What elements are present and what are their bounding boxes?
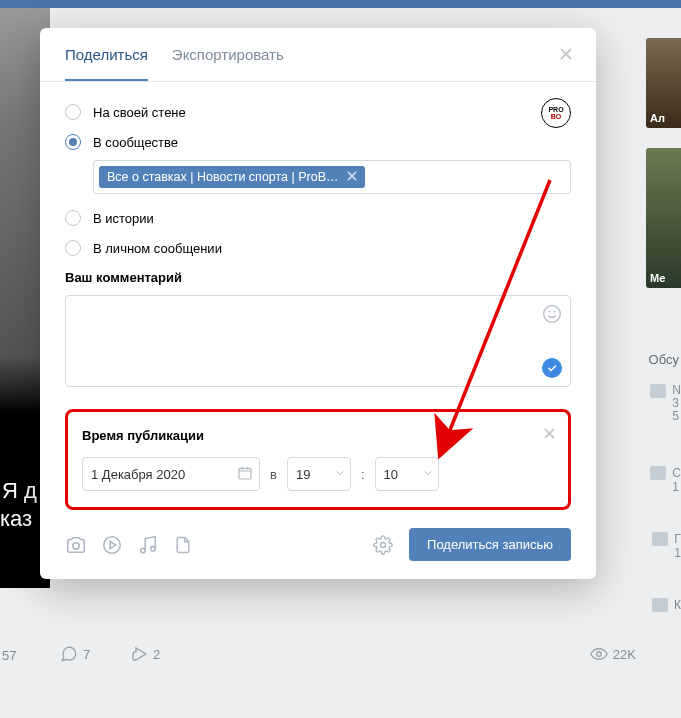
camera-icon[interactable]	[65, 534, 87, 556]
attach-icons	[65, 534, 193, 556]
colon-label: :	[361, 467, 365, 482]
share-submit-button[interactable]: Поделиться записью	[409, 528, 571, 561]
svg-point-8	[151, 546, 156, 551]
radio-label: В личном сообщении	[93, 241, 222, 256]
radio-icon	[65, 104, 81, 120]
community-chip: Все о ставках | Новости спорта | ProB…	[99, 166, 365, 188]
schedule-row: 1 Декабря 2020 в 19 : 10	[82, 457, 554, 491]
calendar-icon	[237, 465, 253, 484]
tab-share[interactable]: Поделиться	[65, 46, 148, 81]
side-comment-4: К	[652, 598, 681, 612]
friend-thumb-2: Me	[646, 148, 681, 288]
radio-in-story[interactable]: В истории	[65, 210, 571, 226]
community-avatar: PRO BO	[541, 98, 571, 128]
svg-point-2	[549, 311, 550, 312]
svg-point-3	[554, 311, 555, 312]
discussions-label: Обсу	[649, 352, 679, 367]
radio-in-community[interactable]: В сообществе	[65, 134, 571, 150]
hour-value: 19	[296, 467, 310, 482]
radio-on-wall[interactable]: На своей стене PRO BO	[65, 104, 571, 120]
svg-point-6	[104, 536, 121, 553]
chevron-down-icon	[334, 467, 346, 482]
at-label: в	[270, 467, 277, 482]
bg-text-1: Я д	[2, 478, 37, 504]
tab-export[interactable]: Экспортировать	[172, 46, 284, 81]
svg-rect-4	[239, 468, 251, 479]
date-value: 1 Декабря 2020	[91, 467, 185, 482]
radio-icon	[65, 134, 81, 150]
share-modal: Поделиться Экспортировать На своей стене…	[40, 28, 596, 579]
video-icon[interactable]	[101, 534, 123, 556]
svg-point-0	[597, 652, 602, 657]
chevron-down-icon	[422, 467, 434, 482]
bg-comments: 7	[60, 645, 90, 663]
music-icon[interactable]	[137, 534, 159, 556]
svg-point-7	[141, 548, 146, 553]
side-comment-3: Г1	[652, 532, 681, 560]
date-field[interactable]: 1 Декабря 2020	[82, 457, 260, 491]
comment-label: Ваш комментарий	[65, 270, 571, 285]
chip-remove-icon[interactable]	[347, 170, 357, 184]
bg-shares: 2	[130, 645, 160, 663]
minute-select[interactable]: 10	[375, 457, 439, 491]
minute-value: 10	[384, 467, 398, 482]
svg-point-1	[544, 306, 561, 323]
side-comment-1: N35	[650, 384, 681, 423]
chip-label: Все о ставках | Новости спорта | ProB…	[107, 170, 339, 184]
verified-check-icon[interactable]	[542, 358, 562, 378]
emoji-icon[interactable]	[542, 304, 562, 327]
community-select[interactable]: Все о ставках | Новости спорта | ProB…	[93, 160, 571, 194]
friend-thumb-1: Ал	[646, 38, 681, 128]
close-button[interactable]	[556, 44, 576, 64]
radio-in-message[interactable]: В личном сообщении	[65, 240, 571, 256]
gear-icon[interactable]	[373, 535, 393, 555]
side-comment-2: С1	[650, 466, 681, 494]
hour-select[interactable]: 19	[287, 457, 351, 491]
schedule-remove-icon[interactable]	[543, 426, 556, 444]
modal-footer: Поделиться записью	[65, 528, 571, 561]
schedule-section: Время публикации 1 Декабря 2020 в 19	[65, 409, 571, 510]
radio-icon	[65, 210, 81, 226]
schedule-title: Время публикации	[82, 428, 554, 443]
svg-point-5	[73, 542, 79, 548]
radio-icon	[65, 240, 81, 256]
document-icon[interactable]	[173, 534, 193, 556]
comment-input[interactable]	[65, 295, 571, 387]
bg-likes: 57	[2, 648, 16, 663]
modal-body: На своей стене PRO BO В сообществе Все о…	[40, 81, 596, 579]
bg-text-2: каз	[0, 506, 32, 532]
bg-views: 22K	[590, 645, 636, 663]
radio-label: В истории	[93, 211, 154, 226]
radio-label: На своей стене	[93, 105, 186, 120]
modal-tabs: Поделиться Экспортировать	[40, 28, 596, 81]
radio-label: В сообществе	[93, 135, 178, 150]
svg-point-9	[381, 542, 386, 547]
